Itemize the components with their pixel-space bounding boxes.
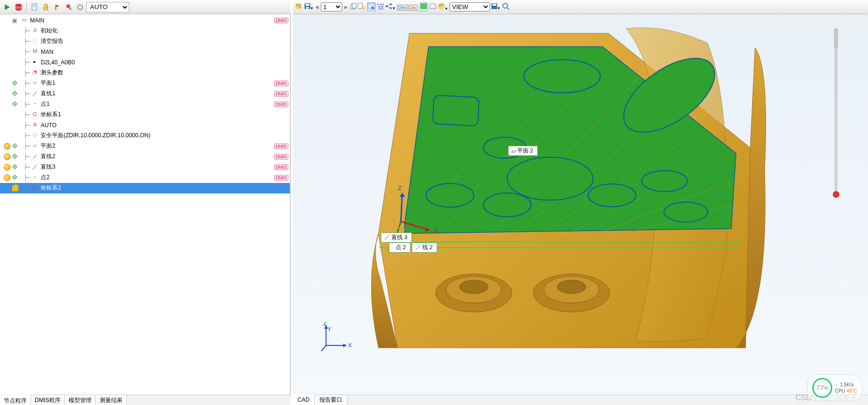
label-line2[interactable]: ／线２ <box>412 243 437 253</box>
svg-line-89 <box>394 215 394 226</box>
box-button[interactable] <box>429 3 437 11</box>
branch-glyph: ├─ <box>24 101 30 108</box>
svg-line-30 <box>364 9 365 10</box>
collapse-icon[interactable]: ▣ <box>12 17 19 24</box>
branch-glyph: ├─ <box>24 28 30 34</box>
label-plane2[interactable]: ▱平面２ <box>508 146 538 156</box>
branch-glyph: ├─ <box>24 153 30 160</box>
program-tree[interactable]: ▣▭MAINDMIS├─≣初始化├─◌清空报告├─MMAN├─▸D2L40_A0… <box>0 14 290 395</box>
save2-button[interactable]: ▾ <box>491 3 500 11</box>
tab-report[interactable]: 报告窗口 <box>315 395 347 405</box>
branch-glyph: ├─ <box>24 49 30 55</box>
branch-glyph: ├─ <box>24 59 30 66</box>
tree-row-7[interactable]: ├─／直线1DMIS <box>0 89 290 99</box>
tree-row-5[interactable]: ├─◔测头参数 <box>0 68 290 78</box>
perf-badge: 77% ↑ 1.5K/s CPU 49°C <box>807 375 862 401</box>
tree-row-6[interactable]: ├─▱平面1DMIS <box>0 78 290 89</box>
tree-row-12[interactable]: ├─▱平面2DMIS <box>0 141 290 152</box>
node-type-icon: ／ <box>31 163 39 171</box>
svg-marker-14 <box>12 101 17 106</box>
view-select[interactable]: VIEW <box>449 2 490 11</box>
tab-measure-result[interactable]: 测量结果 <box>96 395 127 405</box>
tab-dmis-program[interactable]: DMIS程序 <box>31 395 65 405</box>
tree-row-0[interactable]: ▣▭MAINDMIS <box>0 15 290 26</box>
tab-node-program[interactable]: 节点程序 <box>0 395 31 405</box>
perf-info: ↑ 1.5K/s CPU 49°C <box>835 382 857 394</box>
tab-cad[interactable]: CAD <box>293 395 315 405</box>
prev-button[interactable]: ◄ <box>314 4 320 10</box>
branch-glyph: ├─ <box>24 80 30 87</box>
svg-point-92 <box>833 191 839 198</box>
dim2-button[interactable]: Di▸ <box>408 4 418 10</box>
dmis-tag: DMIS <box>274 91 289 97</box>
mode-select[interactable]: AUTO <box>86 2 129 12</box>
file-button[interactable] <box>29 2 40 12</box>
pin-button[interactable] <box>63 2 74 12</box>
node-label: 点2 <box>41 173 274 182</box>
node-label: 安全平面(ZDIR,10.0000,ZDIR,10.0000,ON) <box>41 132 290 140</box>
node-type-icon: ◔ <box>31 69 39 77</box>
highlight-button[interactable] <box>419 2 428 11</box>
svg-point-49 <box>503 3 508 8</box>
label-line3[interactable]: ／直线３ <box>381 233 412 243</box>
node-type-icon: ⌬ <box>31 111 39 119</box>
svg-rect-6 <box>44 7 48 10</box>
node-label: D2L40_A0B0 <box>41 59 290 66</box>
palette-button[interactable] <box>295 2 302 11</box>
diamond-icon <box>12 91 19 97</box>
stop-button[interactable]: STOP <box>13 2 24 12</box>
cad-viewport[interactable]: X Y Z ▱平面２ ／直线３ ◦点２ ／线２ X Z Y <box>293 14 868 395</box>
branch-glyph: ├─ <box>24 143 30 150</box>
node-label: 初始化 <box>41 27 290 35</box>
copy-button[interactable] <box>350 3 357 11</box>
find-replace-button[interactable] <box>357 3 365 11</box>
label-point2[interactable]: ◦点２ <box>389 243 410 253</box>
page-select[interactable]: 1 <box>321 2 342 11</box>
right-pane: ▾ ◄ 1 ► ▾ Dim Di▸ ▾ VIEW ▾ <box>293 0 868 405</box>
flag-button[interactable] <box>52 2 62 12</box>
plane-icon: ▱ <box>511 148 516 154</box>
diamond-icon <box>12 101 19 108</box>
tree-row-8[interactable]: ├─•点1DMIS <box>0 99 290 110</box>
tree-row-1[interactable]: ├─≣初始化 <box>0 26 290 36</box>
tree-row-15[interactable]: ├─•点2DMIS <box>0 172 290 183</box>
dmis-tag: DMIS <box>274 154 289 160</box>
svg-rect-90 <box>835 29 837 48</box>
colorwheel-button[interactable]: ▾ <box>438 2 448 11</box>
select-area-button[interactable] <box>367 2 376 11</box>
svg-point-22 <box>299 7 301 8</box>
mode-indicator-button[interactable] <box>75 2 85 12</box>
node-label: 直线2 <box>41 152 274 161</box>
tab-model-manage[interactable]: 模型管理 <box>65 395 96 405</box>
diamond-icon <box>12 164 19 171</box>
tree-row-9[interactable]: ├─⌬坐标系1 <box>0 110 290 120</box>
tree-row-10[interactable]: ├─AAUTO <box>0 120 290 131</box>
branch-glyph: ├─ <box>24 132 30 139</box>
tree-row-13[interactable]: ├─／直线2DMIS <box>0 152 290 162</box>
svg-text:Z: Z <box>323 322 327 327</box>
run-button[interactable] <box>2 2 12 12</box>
separator <box>26 2 27 12</box>
tree-row-3[interactable]: ├─MMAN <box>0 47 290 57</box>
node-type-icon: • <box>31 101 39 108</box>
node-label: 平面1 <box>41 79 274 87</box>
dim1-button[interactable]: Dim <box>397 4 408 10</box>
measure-button[interactable] <box>377 3 384 11</box>
svg-point-64 <box>507 157 593 200</box>
tree-row-14[interactable]: ├─／直线3DMIS <box>0 162 290 172</box>
tree-row-4[interactable]: ├─▸D2L40_A0B0 <box>0 57 290 68</box>
tree-row-11[interactable]: ├─◇安全平面(ZDIR,10.0000,ZDIR,10.0000,ON) <box>0 131 290 141</box>
next-button[interactable]: ► <box>343 4 349 10</box>
diamond-icon <box>12 174 19 181</box>
branch-button[interactable]: ▾ <box>385 3 395 11</box>
svg-point-69 <box>664 202 708 222</box>
unlock-button[interactable] <box>41 2 51 12</box>
branch-glyph: ├─ <box>24 164 30 171</box>
node-label: 点1 <box>41 100 274 108</box>
tree-row-16[interactable]: └─⌬坐标系2 <box>0 183 290 193</box>
svg-line-41 <box>388 6 390 8</box>
zoom-button[interactable] <box>502 2 510 11</box>
svg-marker-18 <box>12 175 17 180</box>
save-button[interactable]: ▾ <box>304 3 313 11</box>
tree-row-2[interactable]: ├─◌清空报告 <box>0 36 290 47</box>
